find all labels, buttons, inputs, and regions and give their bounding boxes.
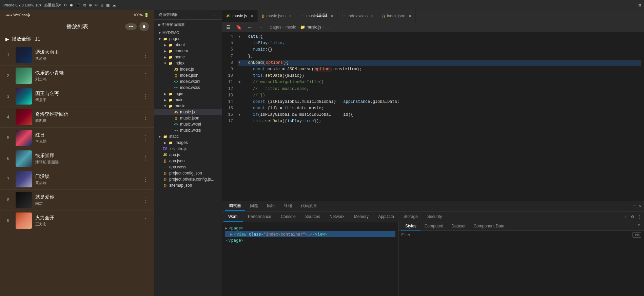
layout-icon[interactable]: ▦ <box>106 3 110 7</box>
song-more-icon[interactable]: ⋮ <box>141 195 150 205</box>
bottom-tab-终端[interactable]: 终端 <box>280 202 296 211</box>
tree-item-sitemap[interactable]: {} sitemap.json <box>154 182 222 188</box>
styles-sub-tab-computed[interactable]: Computed <box>421 222 447 230</box>
dom-fold-icon[interactable]: ▶ <box>225 226 227 230</box>
file-tree[interactable]: ▶ 打开的编辑器 ▼ MYDEMO ▼ 📁 pages ▶ 📁 about ▶ … <box>154 20 222 296</box>
song-more-icon[interactable]: ⋮ <box>141 153 150 164</box>
tab-close-icon[interactable]: × <box>251 13 253 19</box>
tree-item-camera[interactable]: ▶ 📁 camera <box>154 48 222 54</box>
tree-item-index-wxml[interactable]: <> index.wxml <box>154 78 222 85</box>
song-more-icon[interactable]: ⋮ <box>141 133 150 143</box>
tree-item-home[interactable]: ▶ 📁 home <box>154 54 222 60</box>
devtools-tab-memory[interactable]: Memory <box>349 211 373 222</box>
phone-icon[interactable]: 📱 <box>76 3 81 7</box>
compile-icon[interactable]: ⊕ <box>89 3 92 7</box>
styles-sub-tab-component data[interactable]: Component Data <box>469 222 508 230</box>
devtools-tab-storage[interactable]: Storage <box>399 211 423 222</box>
tree-item-index[interactable]: ▼ 📁 index <box>154 60 222 66</box>
song-more-icon[interactable]: ⋮ <box>141 112 150 122</box>
devtools-settings-icon[interactable]: ⚙ <box>629 215 636 219</box>
dom-view-line[interactable]: ▶ <view class="index-container">…</view> <box>225 231 395 237</box>
hot-reload-btn[interactable]: 热重载关▾ <box>44 3 61 8</box>
multiwindow-icon[interactable]: ⧉ <box>83 3 86 7</box>
tree-item-music-js[interactable]: JS music.js <box>154 109 222 115</box>
editor-tab-index-json[interactable]: {} index.json × <box>378 10 416 22</box>
cloud-icon[interactable]: ☁ <box>112 3 116 7</box>
bottom-tab-代码质量[interactable]: 代码质量 <box>297 202 321 211</box>
styles-more-icon[interactable]: » <box>636 222 641 230</box>
devtools-tab-console[interactable]: Console <box>276 211 300 222</box>
tree-item-pages[interactable]: ▼ 📁 pages <box>154 36 222 42</box>
song-more-icon[interactable]: ⋮ <box>141 71 150 81</box>
tree-item-music-json[interactable]: {} music.json <box>154 115 222 121</box>
code-line-10[interactable]: this.setData({music}) <box>238 73 641 79</box>
breadcrumb-pages[interactable]: pages <box>270 25 281 30</box>
multiwindow-icon2[interactable]: ⧉ <box>639 3 641 7</box>
tree-item-project-private[interactable]: {} project.private.config.js... <box>154 176 222 182</box>
code-line-11[interactable]: ▼ // wx.setNavigationBarTitle({ <box>238 79 641 86</box>
bottom-tab-输出[interactable]: 输出 <box>263 202 279 211</box>
record-btn[interactable]: ⏺ <box>139 22 149 31</box>
code-line-6[interactable]: music:{} <box>238 47 641 53</box>
breadcrumb-music[interactable]: music <box>286 25 296 30</box>
song-more-icon[interactable]: ⋮ <box>141 216 150 226</box>
dom-view-fold[interactable]: ▶ <box>230 232 233 237</box>
tree-item-images[interactable]: ▶ 📁 images <box>154 140 222 146</box>
tree-item-app-wxss[interactable]: ~~ app.wxss <box>154 164 222 170</box>
tree-item-about[interactable]: ▶ 📁 about <box>154 42 222 48</box>
tab-close-icon[interactable]: × <box>409 13 411 19</box>
tree-item-eslintrc[interactable]: ES .eslintrc.js <box>154 146 222 152</box>
styles-filter-input[interactable] <box>401 233 630 237</box>
more-dots-btn[interactable]: ••• <box>125 23 137 30</box>
tab-close-icon[interactable]: × <box>289 13 292 19</box>
refresh-icon[interactable]: ↻ <box>64 3 67 7</box>
stop-icon[interactable]: ⏺ <box>70 3 73 7</box>
devtools-tab-security[interactable]: Security <box>423 211 447 222</box>
code-line-15[interactable]: const {id} = this.data.music; <box>238 105 641 112</box>
tree-item-project-config[interactable]: {} project.config.json <box>154 170 222 176</box>
breadcrumb-file[interactable]: music.js <box>307 25 321 30</box>
styles-sub-tab-dataset[interactable]: Dataset <box>447 222 469 230</box>
panel-close-icon[interactable]: × <box>639 204 641 209</box>
fold-arrow[interactable]: ▼ <box>238 60 243 66</box>
tree-item-index-js[interactable]: JS index.js <box>154 66 222 72</box>
list-item[interactable]: 7 门没锁 黄品冠 ⋮ <box>0 169 154 190</box>
devtools-tab-appdata[interactable]: AppData <box>373 211 399 222</box>
list-item[interactable]: 6 快乐崇拜 潘玮柏 张韶涵 ⋮ <box>0 148 154 169</box>
tree-item-index-wxss[interactable]: ~~ index.wxss <box>154 85 222 91</box>
list-item[interactable]: 8 就是爱你 陶喆 ⋮ <box>0 190 154 210</box>
styles-sub-tab-styles[interactable]: Styles <box>401 222 421 230</box>
tree-item-main[interactable]: ▶ 📁 main <box>154 97 222 103</box>
devtools-tab-wxml[interactable]: Wxml <box>223 211 243 222</box>
list-item[interactable]: 3 国王与乞丐 华晨宇 ⋮ <box>0 86 154 107</box>
code-area[interactable]: 4567891011121314151617 ▼ data:{ isPlay:f… <box>222 32 644 201</box>
bookmark-icon[interactable]: 🔖 <box>235 24 243 31</box>
mydemo-header[interactable]: ▼ MYDEMO <box>154 30 222 36</box>
tree-item-music-wxss-file[interactable]: ~~ music.wxss <box>154 127 222 133</box>
tree-item-app-json[interactable]: {} app.json <box>154 158 222 164</box>
code-line-9[interactable]: const music = JSON.parse(options.musicit… <box>238 66 641 73</box>
back-icon[interactable]: ← <box>246 23 254 31</box>
list-item[interactable]: 1 潺泼大雨里 李若溪 ⋮ <box>0 45 154 66</box>
devtools-more-icon[interactable]: » <box>622 215 629 219</box>
list-item[interactable]: 9 火力全开 王力宏 ⋮ <box>0 210 154 231</box>
tree-item-app-js[interactable]: JS app.js <box>154 152 222 158</box>
hamburger-icon[interactable]: ☰ <box>225 24 232 31</box>
fold-arrow[interactable]: ▼ <box>238 112 243 118</box>
tree-item-music[interactable]: ▼ 📁 music <box>154 103 222 109</box>
tree-item-music-wxml[interactable]: <> music.wxml <box>154 121 222 127</box>
devtools-tab-network[interactable]: Network <box>325 211 349 222</box>
code-line-7[interactable]: }, <box>238 53 641 60</box>
tree-item-login[interactable]: ▶ 📁 login <box>154 91 222 97</box>
list-item[interactable]: 5 红日 李克勤 ⋮ <box>0 128 154 148</box>
code-line-8[interactable]: ▼ onLoad(options){ <box>238 60 641 66</box>
list-item[interactable]: 4 奇洛李维斯回信 薛凯琪 ⋮ <box>0 107 154 128</box>
song-more-icon[interactable]: ⋮ <box>141 174 150 184</box>
open-editors-header[interactable]: ▶ 打开的编辑器 <box>154 21 222 28</box>
tab-close-icon[interactable]: × <box>371 13 374 19</box>
tab-close-icon[interactable]: × <box>330 13 333 19</box>
playlist-list[interactable]: 1 潺泼大雨里 李若溪 ⋮ 2 快乐的小青蛙 刘士鸣 ⋮ 3 国王与乞丐 华晨宇… <box>0 45 154 296</box>
code-line-13[interactable]: // }) <box>238 92 641 99</box>
code-line-14[interactable]: const {isPlayGlobal,musicIdGlobal} = app… <box>238 99 641 105</box>
editor-tab-music-json[interactable]: {} music.json × <box>258 10 296 22</box>
